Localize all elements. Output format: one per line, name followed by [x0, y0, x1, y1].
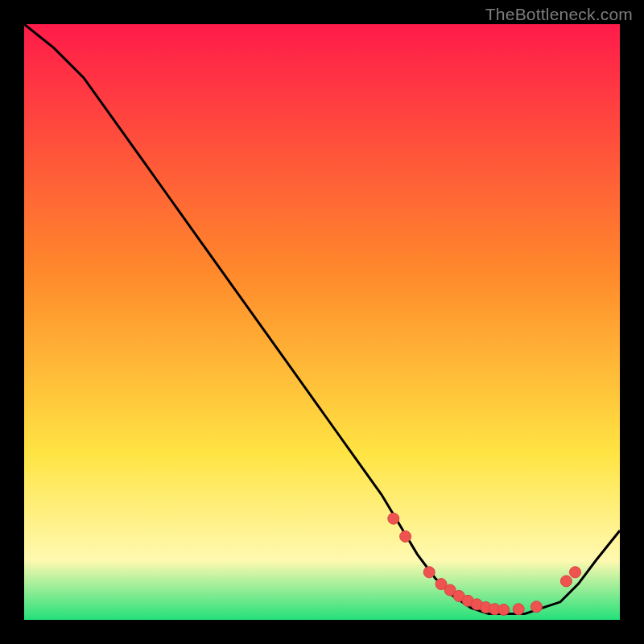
marker-point — [388, 513, 399, 524]
marker-point — [498, 604, 510, 615]
marker-point — [530, 601, 542, 613]
marker-point — [513, 604, 524, 615]
plot-area — [24, 24, 620, 620]
watermark-text: TheBottleneck.com — [485, 5, 633, 24]
marker-point — [400, 530, 411, 542]
chart-svg — [24, 24, 620, 620]
chart-frame: TheBottleneck.com — [0, 0, 644, 644]
gradient-background — [24, 24, 620, 620]
marker-point — [570, 567, 581, 578]
marker-point — [560, 576, 572, 587]
marker-point — [423, 567, 435, 578]
